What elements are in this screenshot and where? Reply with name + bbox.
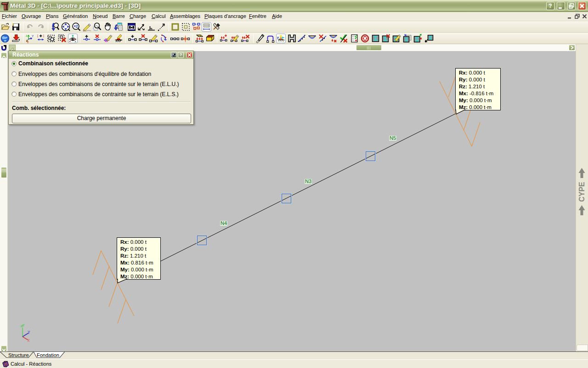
svg-text:Fondation: Fondation (37, 352, 59, 358)
svg-text:Structure: Structure (8, 352, 29, 358)
svg-text:z: z (26, 34, 27, 37)
svg-text:CYPE: CYPE (578, 182, 586, 202)
svg-text:x: x (27, 40, 29, 44)
svg-text:×2: ×2 (74, 24, 78, 29)
svg-text:x: x (74, 40, 76, 43)
svg-text:F: F (277, 36, 279, 40)
svg-text:Y: Y (32, 34, 34, 38)
